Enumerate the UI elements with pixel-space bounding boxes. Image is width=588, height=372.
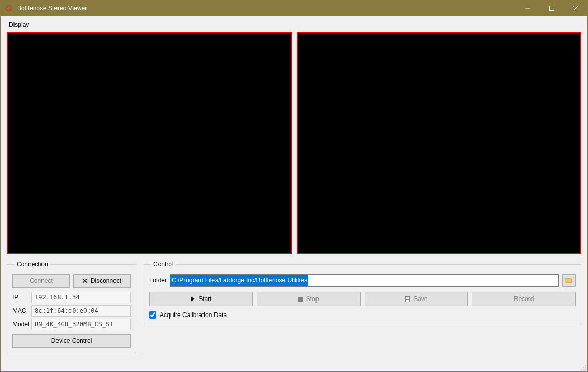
svg-line-1 — [7, 6, 11, 10]
resize-grip[interactable] — [579, 363, 586, 370]
svg-marker-8 — [191, 296, 195, 302]
connection-legend: Connection — [15, 261, 50, 268]
ip-field[interactable] — [31, 292, 131, 303]
disconnect-button[interactable]: Disconnect — [73, 274, 131, 288]
ip-row: IP — [12, 292, 131, 303]
maximize-button[interactable] — [540, 1, 564, 16]
connection-buttons: Connect Disconnect — [12, 274, 131, 288]
svg-rect-12 — [406, 300, 409, 302]
record-label: Record — [514, 295, 534, 303]
display-label: Display — [9, 21, 581, 28]
device-control-button[interactable]: Device Control — [12, 334, 131, 348]
control-legend: Control — [151, 261, 176, 268]
right-viewport — [297, 32, 582, 254]
svg-point-16 — [581, 369, 582, 370]
stop-label: Stop — [306, 295, 319, 303]
svg-rect-3 — [550, 6, 554, 11]
svg-rect-9 — [298, 297, 303, 302]
window-title: Bottlenose Stereo Viewer — [17, 5, 87, 12]
connect-button[interactable]: Connect — [12, 274, 70, 288]
start-button[interactable]: Start — [149, 292, 253, 306]
mac-row: MAC — [12, 305, 131, 317]
disconnect-icon — [82, 278, 88, 283]
svg-point-18 — [585, 369, 586, 370]
control-group: Control Folder C:/Program Files/Labforge… — [144, 261, 581, 324]
folder-row: Folder C:/Program Files/Labforge Inc/Bot… — [149, 274, 576, 287]
svg-point-14 — [583, 367, 584, 368]
titlebar: Bottlenose Stereo Viewer — [1, 1, 587, 16]
save-label: Save — [413, 295, 427, 303]
svg-point-15 — [585, 367, 586, 368]
model-field[interactable] — [31, 319, 131, 330]
mac-field[interactable] — [31, 305, 131, 317]
left-viewport — [7, 32, 292, 254]
close-button[interactable] — [564, 1, 587, 16]
app-window: Bottlenose Stereo Viewer Display Connect… — [0, 0, 588, 372]
acquire-row: Acquire Calibration Data — [149, 311, 576, 319]
save-icon — [405, 296, 410, 302]
play-icon — [190, 296, 195, 302]
client-area: Display Connection Connect Disconnect IP — [1, 16, 587, 371]
folder-icon — [565, 277, 572, 283]
svg-point-17 — [583, 369, 584, 370]
folder-input[interactable]: C:/Program Files/Labforge Inc/Bottlenose… — [170, 274, 559, 287]
folder-value: C:/Program Files/Labforge Inc/Bottlenose… — [170, 275, 308, 286]
model-label: Model — [12, 321, 31, 328]
app-icon — [5, 4, 13, 12]
model-row: Model — [12, 319, 131, 330]
mac-label: MAC — [12, 307, 31, 314]
acquire-label[interactable]: Acquire Calibration Data — [160, 311, 227, 319]
svg-rect-11 — [406, 297, 409, 299]
disconnect-label: Disconnect — [91, 277, 121, 284]
stop-button[interactable]: Stop — [257, 292, 361, 306]
folder-label: Folder — [149, 277, 167, 284]
acquire-checkbox[interactable] — [149, 311, 156, 319]
connection-group: Connection Connect Disconnect IP MAC — [7, 261, 136, 353]
stop-icon — [298, 297, 303, 302]
bottom-row: Connection Connect Disconnect IP MAC — [7, 261, 581, 353]
ip-label: IP — [12, 294, 31, 301]
minimize-button[interactable] — [516, 1, 540, 16]
display-row — [7, 32, 581, 254]
start-label: Start — [198, 295, 211, 303]
record-button[interactable]: Record — [472, 292, 576, 306]
control-buttons: Start Stop Save Record — [149, 292, 576, 306]
folder-browse-button[interactable] — [562, 274, 576, 287]
svg-point-13 — [585, 365, 586, 366]
save-button[interactable]: Save — [365, 292, 468, 306]
